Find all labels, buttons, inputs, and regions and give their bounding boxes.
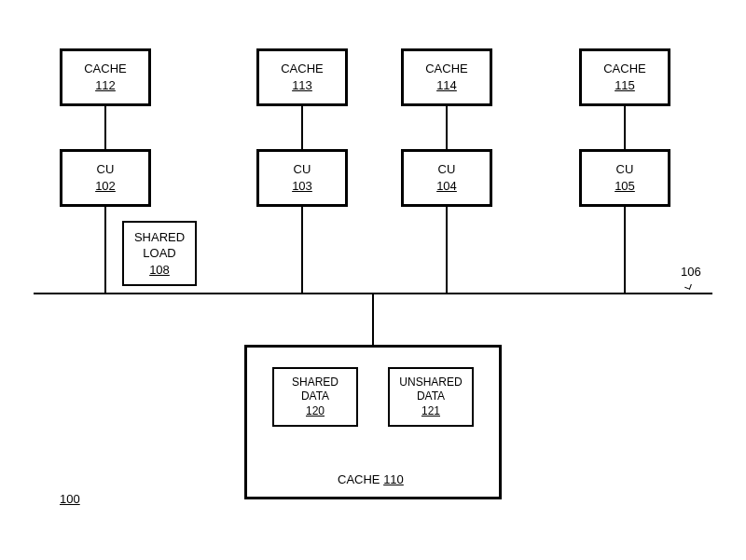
cache-114-num: 114 <box>436 77 457 94</box>
shared-data-line1: SHARED <box>292 376 338 390</box>
cu-103-label: CU <box>294 161 311 178</box>
cu-105-label: CU <box>616 161 634 178</box>
cu-102-box: CU 102 <box>60 149 151 207</box>
unshared-data-num: 121 <box>421 404 440 419</box>
cu-102-num: 102 <box>95 178 116 195</box>
cu-103-box: CU 103 <box>256 149 348 207</box>
cache-115-box: CACHE 115 <box>579 48 670 106</box>
cu-104-label: CU <box>438 161 456 178</box>
cache-110-label: CACHE <box>338 472 380 486</box>
connector-cache112-cu102 <box>104 106 106 149</box>
connector-cache113-cu103 <box>301 106 303 149</box>
connector-bus-cache110 <box>372 294 374 345</box>
shared-load-box: SHARED LOAD 108 <box>122 221 197 286</box>
connector-cu104-bus <box>446 207 448 293</box>
bus-label-tick <box>684 282 692 290</box>
cache-114-box: CACHE 114 <box>401 48 492 106</box>
shared-load-line1: SHARED <box>134 229 185 246</box>
cache-115-label: CACHE <box>603 61 646 77</box>
connector-cache114-cu104 <box>446 106 448 149</box>
cu-104-num: 104 <box>436 178 457 195</box>
shared-load-line2: LOAD <box>143 245 175 262</box>
cu-105-num: 105 <box>615 178 635 195</box>
shared-data-line2: DATA <box>301 389 329 404</box>
cache-113-num: 113 <box>292 77 312 94</box>
unshared-data-box: UNSHARED DATA 121 <box>388 367 474 427</box>
cache-113-label: CACHE <box>281 61 324 77</box>
connector-cu105-bus <box>624 207 626 293</box>
unshared-data-line1: UNSHARED <box>399 376 462 390</box>
cache-112-label: CACHE <box>84 61 127 77</box>
cache-112-num: 112 <box>95 77 116 94</box>
cu-105-box: CU 105 <box>579 149 670 207</box>
cu-103-num: 103 <box>292 178 312 195</box>
bus-label-106: 106 <box>681 265 701 279</box>
shared-data-box: SHARED DATA 120 <box>272 367 358 427</box>
cache-110-label-row: CACHE 110 <box>338 472 404 486</box>
connector-cu103-bus <box>301 207 303 293</box>
connector-cu102-bus <box>104 207 106 293</box>
cache-110-num: 110 <box>383 472 404 486</box>
shared-data-num: 120 <box>306 404 325 419</box>
cache-112-box: CACHE 112 <box>60 48 151 106</box>
connector-cache115-cu105 <box>624 106 626 149</box>
cu-102-label: CU <box>97 161 115 178</box>
cache-115-num: 115 <box>615 77 635 94</box>
shared-load-num: 108 <box>149 262 170 279</box>
cu-104-box: CU 104 <box>401 149 492 207</box>
cache-114-label: CACHE <box>425 61 468 77</box>
cache-113-box: CACHE 113 <box>256 48 348 106</box>
figure-number: 100 <box>60 492 80 506</box>
diagram-canvas: CACHE 112 CACHE 113 CACHE 114 CACHE 115 … <box>0 0 746 560</box>
unshared-data-line2: DATA <box>417 389 445 404</box>
